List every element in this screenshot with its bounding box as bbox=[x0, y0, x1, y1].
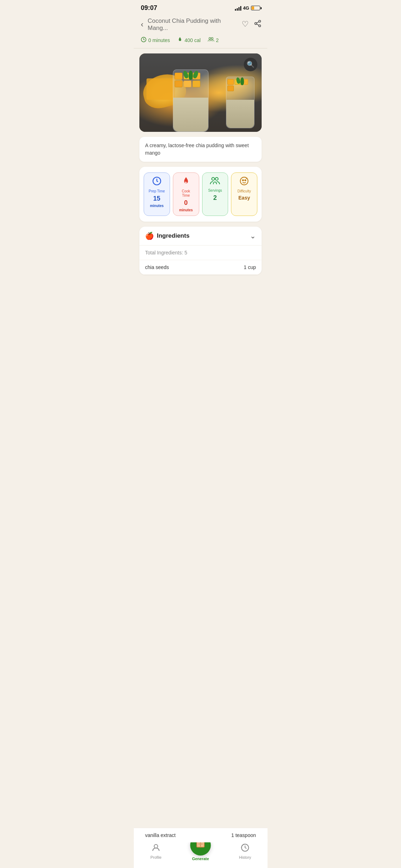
ingredients-title: Ingredients bbox=[157, 232, 190, 239]
ingredient-name-0: chia seeds bbox=[145, 264, 169, 270]
description-card: A creamy, lactose-free chia pudding with… bbox=[139, 137, 262, 162]
stat-servings: Servings 2 bbox=[202, 172, 228, 216]
flame-icon bbox=[177, 37, 183, 44]
svg-point-12 bbox=[242, 180, 243, 181]
stat-cook-time: CookTime 0 minutes bbox=[173, 172, 199, 216]
battery-icon bbox=[251, 6, 260, 10]
prep-time-unit: minutes bbox=[150, 204, 164, 208]
status-right: 4G bbox=[235, 5, 260, 11]
svg-point-6 bbox=[209, 37, 211, 39]
ingredients-icon: 🍎 bbox=[145, 232, 154, 240]
difficulty-stat-icon bbox=[240, 176, 249, 188]
svg-point-10 bbox=[215, 177, 218, 180]
image-search-button[interactable]: 🔍 bbox=[244, 58, 257, 71]
svg-point-9 bbox=[212, 177, 215, 180]
ingredients-section: 🍎 Ingredients ⌄ Total Ingredients: 5 chi… bbox=[139, 227, 262, 275]
svg-point-13 bbox=[245, 180, 246, 181]
svg-point-7 bbox=[211, 37, 213, 39]
ingredients-title-row: 🍎 Ingredients bbox=[145, 232, 190, 240]
network-label: 4G bbox=[243, 5, 249, 11]
favorite-icon[interactable]: ♡ bbox=[242, 20, 249, 30]
header: ‹ Coconut Chia Pudding with Mang... ♡ bbox=[134, 15, 267, 35]
meta-calories-value: 400 cal bbox=[185, 37, 201, 43]
prep-time-label: Prep Time bbox=[149, 189, 165, 193]
meta-servings-value: 2 bbox=[216, 37, 219, 43]
difficulty-value: Easy bbox=[238, 195, 250, 201]
ingredients-header[interactable]: 🍎 Ingredients ⌄ bbox=[139, 227, 262, 246]
stats-container: Prep Time 15 minutes CookTime 0 minutes bbox=[139, 167, 262, 222]
recipe-image-bg bbox=[139, 53, 262, 132]
svg-line-3 bbox=[257, 24, 259, 25]
stats-grid: Prep Time 15 minutes CookTime 0 minutes bbox=[144, 172, 257, 216]
back-button[interactable]: ‹ bbox=[139, 19, 145, 31]
flame-stat-icon bbox=[181, 176, 191, 188]
search-icon: 🔍 bbox=[247, 61, 255, 68]
ingredients-total: Total Ingredients: 5 bbox=[139, 246, 262, 260]
people-icon bbox=[208, 37, 214, 44]
recipe-image: 🔍 bbox=[139, 53, 262, 132]
header-divider bbox=[134, 48, 267, 48]
meta-servings: 2 bbox=[208, 37, 219, 44]
status-time: 09:07 bbox=[141, 4, 157, 12]
chevron-down-icon[interactable]: ⌄ bbox=[250, 232, 256, 240]
stat-difficulty: Difficulty Easy bbox=[231, 172, 257, 216]
share-icon[interactable] bbox=[254, 20, 262, 30]
svg-line-4 bbox=[257, 22, 259, 23]
cook-time-label: CookTime bbox=[182, 189, 190, 198]
difficulty-label: Difficulty bbox=[237, 189, 251, 193]
meta-time-value: 0 minutes bbox=[148, 37, 170, 43]
servings-value: 2 bbox=[213, 194, 217, 202]
people-stat-icon bbox=[210, 176, 220, 187]
prep-time-value: 15 bbox=[153, 195, 160, 202]
meta-time: 0 minutes bbox=[141, 37, 170, 44]
header-icons: ♡ bbox=[242, 20, 262, 30]
signal-icon bbox=[235, 6, 241, 11]
description-text: A creamy, lactose-free chia pudding with… bbox=[145, 142, 256, 157]
ingredient-row: chia seeds 1 cup bbox=[139, 260, 262, 275]
clock-icon bbox=[141, 37, 146, 44]
cook-time-value: 0 bbox=[184, 199, 188, 207]
meta-calories: 400 cal bbox=[177, 37, 201, 44]
cook-time-unit: minutes bbox=[179, 208, 192, 212]
header-left: ‹ Coconut Chia Pudding with Mang... bbox=[139, 17, 242, 32]
page-title: Coconut Chia Pudding with Mang... bbox=[148, 17, 242, 32]
stat-prep-time: Prep Time 15 minutes bbox=[144, 172, 170, 216]
servings-label: Servings bbox=[208, 188, 222, 193]
status-bar: 09:07 4G bbox=[134, 0, 267, 15]
ingredient-amount-0: 1 cup bbox=[244, 264, 256, 270]
clock-stat-icon bbox=[152, 176, 161, 188]
meta-row: 0 minutes 400 cal 2 bbox=[134, 35, 267, 48]
